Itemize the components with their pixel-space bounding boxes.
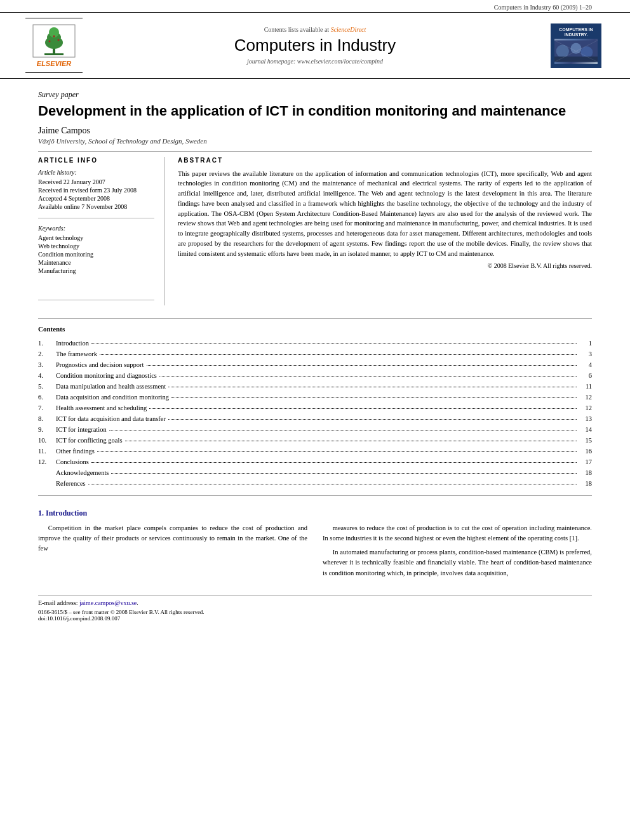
contents-item-text: Introduction bbox=[56, 340, 89, 347]
main-content: Survey paper Development in the applicat… bbox=[0, 79, 630, 634]
ci-logo-box: COMPUTERS IN INDUSTRY. bbox=[551, 23, 601, 68]
abstract-column: ABSTRACT This paper reviews the availabl… bbox=[178, 157, 592, 305]
ci-logo-title: COMPUTERS IN INDUSTRY. bbox=[559, 27, 593, 38]
svg-point-5 bbox=[49, 41, 51, 43]
contents-row: 9.ICT for integration14 bbox=[38, 424, 592, 433]
elsevier-text: ELSEVIER bbox=[37, 60, 71, 67]
keyword-3: Maintenance bbox=[38, 259, 154, 266]
keyword-2: Condition monitoring bbox=[38, 251, 154, 258]
affiliation: Växjö University, School of Technology a… bbox=[38, 137, 592, 145]
contents-row: 11.Other findings16 bbox=[38, 446, 592, 455]
history-item-0: Received 22 January 2007 bbox=[38, 178, 154, 185]
footer-email: E-mail address: jaime.campos@vxu.se. bbox=[38, 599, 592, 606]
contents-item-text: Health assessment and scheduling bbox=[56, 404, 147, 411]
contents-dots bbox=[168, 412, 577, 420]
contents-row: 2.The framework3 bbox=[38, 349, 592, 357]
contents-dots bbox=[111, 466, 577, 474]
intro-paragraph: Competition in the market place compels … bbox=[38, 523, 307, 554]
keyword-1: Web technology bbox=[38, 243, 154, 250]
contents-item-num: 12. bbox=[38, 458, 56, 465]
contents-dots bbox=[159, 369, 577, 377]
contents-item-text: Conclusions bbox=[56, 458, 89, 465]
contents-row: 8.ICT for data acquisition and data tran… bbox=[38, 413, 592, 422]
article-info-column: ARTICLE INFO Article history: Received 2… bbox=[38, 157, 165, 305]
contents-item-page: 17 bbox=[579, 458, 592, 465]
contents-item-num: 7. bbox=[38, 404, 56, 411]
contents-dots bbox=[91, 337, 577, 344]
article-type-label: Survey paper bbox=[38, 90, 592, 100]
intro-paragraph: measures to reduce the cost of productio… bbox=[323, 523, 592, 544]
contents-dots bbox=[171, 390, 577, 398]
contents-item-page: 4 bbox=[579, 361, 592, 368]
contents-item-text: ICT for conflicting goals bbox=[56, 437, 123, 444]
contents-dots bbox=[97, 444, 577, 452]
homepage-line: journal homepage: www.elsevier.com/locat… bbox=[89, 58, 541, 65]
contents-item-text: Acknowledgements bbox=[56, 469, 109, 476]
contents-dots bbox=[91, 455, 577, 463]
contents-row: References18 bbox=[38, 478, 592, 487]
contents-item-text: References bbox=[56, 480, 86, 487]
contents-item-num: 9. bbox=[38, 426, 56, 433]
ci-logo-image bbox=[554, 39, 598, 63]
contents-item-page: 12 bbox=[579, 404, 592, 411]
svg-point-6 bbox=[58, 39, 60, 41]
journal-center-header: Contents lists available at ScienceDirec… bbox=[89, 26, 541, 65]
contents-item-num: 2. bbox=[38, 350, 56, 357]
intro-paragraph: In automated manufacturing or process pl… bbox=[323, 547, 592, 578]
ci-texture-icon bbox=[554, 39, 598, 63]
history-item-3: Available online 7 November 2008 bbox=[38, 203, 154, 210]
contents-item-text: The framework bbox=[56, 350, 97, 357]
contents-item-page: 13 bbox=[579, 415, 592, 422]
contents-item-num: 6. bbox=[38, 394, 56, 401]
contents-item-num: 10. bbox=[38, 437, 56, 444]
contents-dots bbox=[100, 347, 577, 355]
sciencedirect-link[interactable]: ScienceDirect bbox=[331, 26, 366, 33]
introduction-title: 1. Introduction bbox=[38, 509, 592, 518]
intro-col-right: measures to reduce the cost of productio… bbox=[323, 523, 592, 582]
divider-1 bbox=[38, 151, 592, 152]
contents-item-num: 5. bbox=[38, 383, 56, 390]
contents-row: 5.Data manipulation and health assessmen… bbox=[38, 381, 592, 390]
divider-keywords bbox=[38, 218, 154, 218]
contents-item-page: 3 bbox=[579, 350, 592, 357]
email-link[interactable]: jaime.campos@vxu.se bbox=[79, 599, 137, 606]
keywords-list: Agent technology Web technology Conditio… bbox=[38, 234, 154, 274]
svg-point-7 bbox=[53, 36, 55, 37]
introduction-section: 1. Introduction Competition in the marke… bbox=[38, 509, 592, 582]
contents-item-num: 8. bbox=[38, 415, 56, 422]
contents-item-text: Data acquisition and condition monitorin… bbox=[56, 394, 169, 401]
contents-row: Acknowledgements18 bbox=[38, 467, 592, 476]
svg-point-11 bbox=[571, 43, 582, 54]
contents-row: 6.Data acquisition and condition monitor… bbox=[38, 392, 592, 401]
contents-item-page: 12 bbox=[579, 394, 592, 401]
contents-row: 4.Condition monitoring and diagnostics6 bbox=[38, 370, 592, 379]
contents-item-text: ICT for integration bbox=[56, 426, 107, 433]
author-name: Jaime Campos bbox=[38, 126, 592, 136]
elsevier-tree-icon bbox=[32, 23, 76, 58]
contents-section: Contents 1.Introduction12.The framework3… bbox=[38, 318, 592, 496]
elsevier-logo: ELSEVIER bbox=[25, 18, 83, 73]
abstract-header: ABSTRACT bbox=[178, 157, 592, 164]
contents-dots bbox=[147, 358, 577, 366]
computers-industry-logo: COMPUTERS IN INDUSTRY. bbox=[547, 23, 605, 68]
introduction-body: Competition in the market place compels … bbox=[38, 523, 592, 582]
contents-dots bbox=[88, 477, 577, 484]
contents-row: 7.Health assessment and scheduling12 bbox=[38, 403, 592, 411]
contents-item-num: 4. bbox=[38, 372, 56, 379]
contents-dots bbox=[125, 434, 577, 441]
journal-reference: Computers in Industry 60 (2009) 1–20 bbox=[0, 0, 630, 12]
contents-item-text: Other findings bbox=[56, 448, 95, 455]
copyright-line: © 2008 Elsevier B.V. All rights reserved… bbox=[178, 262, 592, 269]
info-abstract-row: ARTICLE INFO Article history: Received 2… bbox=[38, 157, 592, 305]
contents-item-text: Data manipulation and health assessment bbox=[56, 383, 166, 390]
contents-item-text: Condition monitoring and diagnostics bbox=[56, 372, 157, 379]
contents-row: 3.Prognostics and decision support4 bbox=[38, 359, 592, 368]
contents-item-page: 18 bbox=[579, 480, 592, 487]
contents-item-page: 16 bbox=[579, 448, 592, 455]
page-footer: E-mail address: jaime.campos@vxu.se. 016… bbox=[38, 595, 592, 622]
contents-item-num: 3. bbox=[38, 361, 56, 368]
contents-item-page: 18 bbox=[579, 469, 592, 476]
sciencedirect-line: Contents lists available at ScienceDirec… bbox=[89, 26, 541, 33]
contents-item-page: 1 bbox=[579, 340, 592, 347]
history-item-1: Received in revised form 23 July 2008 bbox=[38, 187, 154, 194]
